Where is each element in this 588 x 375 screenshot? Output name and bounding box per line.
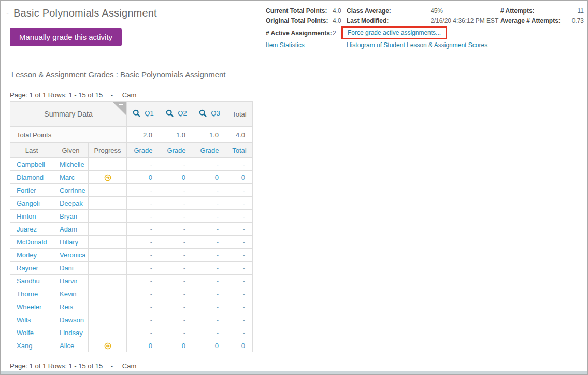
student-given-name[interactable]: Hillary [60, 238, 78, 246]
total-points-label: Total Points [10, 127, 127, 143]
question-column-q2[interactable]: Q2 [160, 102, 193, 127]
grade-cell: - [160, 236, 193, 249]
grade-cell: - [160, 184, 193, 197]
student-last-name[interactable]: McDonald [17, 238, 47, 246]
search-icon[interactable] [166, 109, 174, 117]
grade-cell: - [127, 313, 160, 326]
pagination-text: Page: 1 of 1 Rows: 1 - 15 of 15 [10, 91, 103, 99]
grade-cell[interactable]: 0 [193, 339, 226, 352]
activity-header: - Basic Polynomials Assignment Manually … [6, 7, 237, 46]
attempts-value: 11 [557, 7, 584, 15]
student-given-name[interactable]: Veronica [60, 251, 86, 259]
last-modified-value: 2/16/20 4:36:12 PM EST [431, 17, 500, 25]
total-grade-cell: - [226, 287, 253, 300]
table-row: Hinton Bryan - - - - [10, 210, 253, 223]
header-divider [239, 5, 239, 55]
student-given-name[interactable]: Kevin [60, 290, 77, 298]
student-given-name[interactable]: Bryan [60, 212, 77, 220]
total-grade-column-header: Total [226, 143, 253, 158]
grade-cell[interactable]: 0 [160, 339, 193, 352]
table-row: Gangoli Deepak - - - - [10, 197, 253, 210]
student-given-name[interactable]: Marc [60, 174, 75, 181]
grade-cell: - [160, 326, 193, 339]
histogram-link[interactable]: Histogram of Student Lesson & Assignment… [347, 41, 487, 49]
grade-cell: - [127, 275, 160, 287]
student-given-name[interactable]: Harvir [60, 277, 78, 285]
collapse-minus-icon [119, 104, 123, 105]
grade-cell: - [193, 262, 226, 275]
grade-cell: - [127, 287, 160, 300]
grade-cell[interactable]: 0 [193, 171, 226, 184]
student-given-name[interactable]: Adam [60, 225, 77, 233]
page-title: Basic Polynomials Assignment [13, 7, 157, 19]
pagination-top: Page: 1 of 1 Rows: 1 - 15 of 15 - Cam [10, 91, 136, 99]
pagination-suffix: Cam [122, 91, 136, 99]
question-label[interactable]: Q2 [178, 109, 187, 117]
in-progress-icon[interactable] [104, 342, 111, 350]
student-given-name[interactable]: Dawson [60, 316, 84, 324]
student-given-name[interactable]: Alice [60, 342, 74, 350]
total-grade-cell: - [226, 300, 253, 313]
question-column-q1[interactable]: Q1 [127, 102, 160, 127]
table-row: Juarez Adam - - - - [10, 223, 253, 236]
grade-cell[interactable]: 0 [127, 339, 160, 352]
grade-cell: - [127, 184, 160, 197]
student-last-name[interactable]: Sandhu [17, 277, 40, 285]
grade-cell: - [127, 236, 160, 249]
student-last-name[interactable]: Thorne [17, 290, 38, 298]
grade-cell[interactable]: 0 [160, 171, 193, 184]
item-statistics-link[interactable]: Item Statistics [266, 41, 305, 49]
grade-cell: - [193, 326, 226, 339]
table-row: Sandhu Harvir - - - - [10, 275, 253, 287]
student-last-name[interactable]: Diamond [17, 174, 44, 181]
collapse-section-control[interactable]: - [6, 7, 9, 19]
student-given-name[interactable]: Dani [60, 264, 74, 272]
table-row: Campbell Michelle - - - - [10, 158, 253, 171]
grade-cell: - [127, 210, 160, 223]
grade-cell: - [193, 249, 226, 262]
student-last-name[interactable]: Gangoli [17, 199, 40, 207]
pagination-suffix: Cam [122, 362, 136, 370]
grade-cell[interactable]: 0 [127, 171, 160, 184]
summary-data-header: Summary Data [10, 102, 127, 127]
student-given-name[interactable]: Michelle [60, 161, 84, 168]
student-last-name[interactable]: Hinton [17, 212, 36, 220]
average-attempts-value: 0.73 [557, 17, 584, 25]
grade-cell: - [127, 158, 160, 171]
student-last-name[interactable]: Wheeler [17, 303, 41, 311]
student-last-name[interactable]: Morley [17, 251, 37, 259]
student-last-name[interactable]: Rayner [17, 264, 38, 272]
question-label[interactable]: Q3 [211, 109, 220, 117]
question-label[interactable]: Q1 [145, 109, 153, 117]
grade-cell: - [160, 313, 193, 326]
student-last-name[interactable]: Wills [17, 316, 31, 324]
grade-cell: - [160, 210, 193, 223]
force-grade-link[interactable]: Force grade active assignments... [341, 26, 447, 39]
table-row: Xang Alice 0 0 0 0 [10, 339, 253, 352]
total-grade-cell[interactable]: 0 [226, 339, 253, 352]
table-row: Diamond Marc 0 0 0 0 [10, 171, 253, 184]
in-progress-icon[interactable] [104, 174, 111, 181]
grade-cell: - [160, 262, 193, 275]
manually-grade-button[interactable]: Manually grade this activity [10, 28, 122, 46]
student-given-name[interactable]: Corrinne [60, 186, 85, 194]
grade-cell: - [160, 158, 193, 171]
table-row: Wills Dawson - - - - [10, 313, 253, 326]
grade-cell: - [193, 223, 226, 236]
bottom-scrollbar-track[interactable] [1, 371, 587, 374]
student-last-name[interactable]: Fortier [17, 186, 36, 194]
table-row: Wolfe Lindsay - - - - [10, 326, 253, 339]
grade-cell: - [193, 210, 226, 223]
question-column-q3[interactable]: Q3 [193, 102, 226, 127]
student-last-name[interactable]: Campbell [17, 161, 45, 168]
student-last-name[interactable]: Xang [17, 342, 32, 350]
search-icon[interactable] [133, 109, 140, 117]
search-icon[interactable] [199, 109, 207, 117]
student-last-name[interactable]: Juarez [17, 225, 37, 233]
student-given-name[interactable]: Lindsay [60, 329, 83, 337]
student-last-name[interactable]: Wolfe [17, 329, 34, 337]
total-points-q2: 1.0 [160, 127, 193, 143]
total-grade-cell[interactable]: 0 [226, 171, 253, 184]
student-given-name[interactable]: Reis [60, 303, 73, 311]
student-given-name[interactable]: Deepak [60, 199, 83, 207]
